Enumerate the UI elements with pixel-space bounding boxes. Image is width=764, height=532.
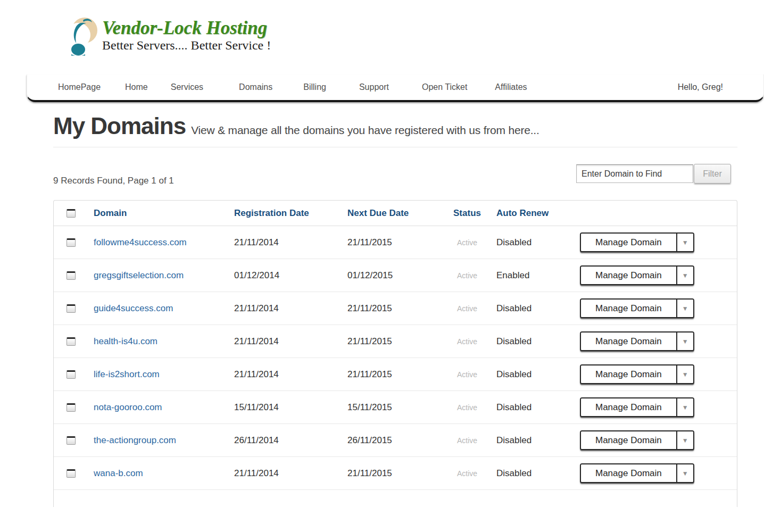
nav-item-services[interactable]: Services	[171, 82, 203, 92]
domain-link[interactable]: followme4success.com	[94, 237, 187, 247]
row-checkbox[interactable]	[67, 436, 76, 445]
filter-button[interactable]: Filter	[694, 164, 731, 184]
nav-item-domains[interactable]: Domains	[239, 82, 272, 92]
manage-domain-button[interactable]: Manage Domain	[581, 365, 676, 383]
column-header-domain[interactable]: Domain	[94, 208, 234, 219]
row-checkbox[interactable]	[67, 337, 76, 346]
brand-logo: Vendor-Lock Hosting Better Servers.... B…	[67, 16, 271, 59]
table-row: followme4success.com 21/11/2014 21/11/20…	[54, 226, 737, 259]
records-summary: 9 Records Found, Page 1 of 1	[53, 176, 174, 186]
row-checkbox[interactable]	[67, 469, 76, 478]
status-cell: Active	[438, 337, 496, 346]
domain-search-input[interactable]	[576, 164, 693, 183]
nav-item-support[interactable]: Support	[359, 82, 389, 92]
brand-text: Vendor-Lock Hosting Better Servers.... B…	[102, 16, 271, 52]
status-cell: Active	[438, 304, 496, 313]
registration-date-cell: 21/11/2014	[234, 468, 347, 479]
auto-renew-cell: Disabled	[496, 303, 579, 314]
registration-date-cell: 15/11/2014	[234, 402, 347, 413]
table-row: gregsgiftselection.com 01/12/2014 01/12/…	[54, 259, 737, 292]
manage-domain-split-button: Manage Domain ▼	[580, 232, 694, 252]
registration-date-cell: 26/11/2014	[234, 435, 347, 446]
table-row-partial	[54, 490, 737, 507]
table-row: guide4success.com 21/11/2014 21/11/2015 …	[54, 292, 737, 325]
chevron-down-icon: ▼	[682, 272, 688, 279]
status-cell: Active	[438, 370, 496, 379]
manage-domain-split-button: Manage Domain ▼	[580, 331, 694, 351]
brand-name: Vendor-Lock Hosting	[102, 19, 271, 37]
row-checkbox[interactable]	[67, 271, 76, 280]
brand-tagline: Better Servers.... Better Service !	[102, 38, 271, 52]
registration-date-cell: 01/12/2014	[234, 270, 347, 281]
chevron-down-icon: ▼	[682, 470, 688, 477]
page-title: My Domains	[53, 113, 186, 139]
table-row: health-is4u.com 21/11/2014 21/11/2015 Ac…	[54, 325, 737, 358]
next-due-date-cell: 15/11/2015	[347, 402, 438, 413]
table-row: nota-gooroo.com 15/11/2014 15/11/2015 Ac…	[54, 391, 737, 424]
auto-renew-cell: Disabled	[496, 468, 579, 479]
domain-link[interactable]: health-is4u.com	[94, 336, 157, 346]
column-header-next-due-date[interactable]: Next Due Date	[347, 208, 438, 219]
row-checkbox[interactable]	[67, 238, 76, 247]
status-cell: Active	[438, 238, 496, 247]
registration-date-cell: 21/11/2014	[234, 303, 347, 314]
nav-item-homepage[interactable]: HomePage	[58, 82, 101, 92]
domains-table: Domain Registration Date Next Due Date S…	[53, 200, 737, 507]
manage-domain-dropdown-toggle[interactable]: ▼	[676, 365, 693, 383]
manage-domain-split-button: Manage Domain ▼	[580, 364, 694, 384]
manage-domain-split-button: Manage Domain ▼	[580, 463, 694, 483]
auto-renew-cell: Enabled	[496, 270, 579, 281]
nav-item-billing[interactable]: Billing	[303, 82, 326, 92]
manage-domain-button[interactable]: Manage Domain	[581, 267, 676, 284]
chevron-down-icon: ▼	[682, 371, 688, 378]
manage-domain-dropdown-toggle[interactable]: ▼	[676, 332, 693, 350]
next-due-date-cell: 21/11/2015	[347, 336, 438, 347]
next-due-date-cell: 21/11/2015	[347, 468, 438, 479]
domain-link[interactable]: life-is2short.com	[94, 369, 160, 379]
brand-logo-icon	[67, 16, 98, 59]
select-all-checkbox[interactable]	[67, 209, 76, 218]
next-due-date-cell: 21/11/2015	[347, 237, 438, 248]
table-row: the-actiongroup.com 26/11/2014 26/11/201…	[54, 424, 737, 457]
domain-link[interactable]: wana-b.com	[94, 468, 143, 478]
row-checkbox[interactable]	[67, 403, 76, 412]
manage-domain-button[interactable]: Manage Domain	[581, 234, 676, 251]
domain-link[interactable]: nota-gooroo.com	[94, 402, 162, 412]
registration-date-cell: 21/11/2014	[234, 336, 347, 347]
chevron-down-icon: ▼	[682, 338, 688, 345]
next-due-date-cell: 26/11/2015	[347, 435, 438, 446]
manage-domain-dropdown-toggle[interactable]: ▼	[676, 234, 693, 251]
manage-domain-dropdown-toggle[interactable]: ▼	[676, 464, 693, 482]
domain-link[interactable]: gregsgiftselection.com	[94, 270, 184, 280]
manage-domain-split-button: Manage Domain ▼	[580, 265, 694, 285]
manage-domain-dropdown-toggle[interactable]: ▼	[676, 267, 693, 284]
manage-domain-split-button: Manage Domain ▼	[580, 298, 694, 318]
row-checkbox[interactable]	[67, 370, 76, 379]
nav-item-home[interactable]: Home	[125, 82, 148, 92]
column-header-registration-date[interactable]: Registration Date	[234, 208, 347, 219]
column-header-auto-renew[interactable]: Auto Renew	[496, 208, 579, 219]
next-due-date-cell: 21/11/2015	[347, 369, 438, 380]
registration-date-cell: 21/11/2014	[234, 369, 347, 380]
manage-domain-dropdown-toggle[interactable]: ▼	[676, 431, 693, 449]
manage-domain-button[interactable]: Manage Domain	[581, 398, 676, 416]
row-checkbox[interactable]	[67, 304, 76, 313]
table-row: life-is2short.com 21/11/2014 21/11/2015 …	[54, 358, 737, 391]
column-header-status[interactable]: Status	[438, 208, 496, 219]
domain-link[interactable]: the-actiongroup.com	[94, 435, 176, 445]
domain-link[interactable]: guide4success.com	[94, 303, 173, 313]
auto-renew-cell: Disabled	[496, 237, 579, 248]
nav-item-affiliates[interactable]: Affiliates	[495, 82, 527, 92]
manage-domain-button[interactable]: Manage Domain	[581, 431, 676, 449]
chevron-down-icon: ▼	[682, 437, 688, 444]
user-greeting: Hello, Greg!	[678, 82, 723, 92]
manage-domain-split-button: Manage Domain ▼	[580, 430, 694, 450]
manage-domain-button[interactable]: Manage Domain	[581, 464, 676, 482]
nav-item-open-ticket[interactable]: Open Ticket	[422, 82, 467, 92]
chevron-down-icon: ▼	[682, 239, 688, 246]
manage-domain-button[interactable]: Manage Domain	[581, 300, 676, 317]
manage-domain-dropdown-toggle[interactable]: ▼	[676, 300, 693, 317]
status-cell: Active	[438, 271, 496, 280]
manage-domain-button[interactable]: Manage Domain	[581, 332, 676, 350]
manage-domain-dropdown-toggle[interactable]: ▼	[676, 398, 693, 416]
